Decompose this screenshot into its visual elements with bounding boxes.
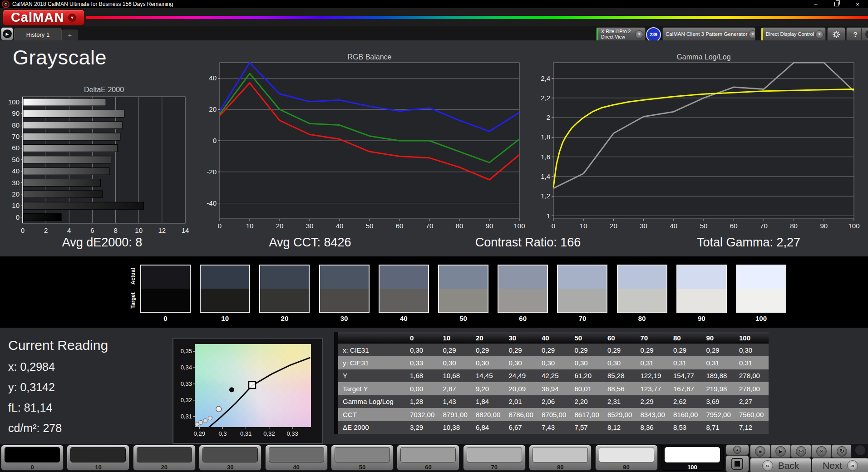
chevron-down-icon: ▼ <box>635 30 643 39</box>
pattern-button-50[interactable]: 50 <box>331 445 394 471</box>
pattern-button-80[interactable]: 80 <box>529 445 592 471</box>
calman-logo: CalMAN <box>11 10 64 25</box>
restore-icon <box>834 2 839 6</box>
table-row-label: y: CIE31 <box>338 356 406 369</box>
display-control-button[interactable]: Direct Display Control ▼ <box>761 27 826 41</box>
pattern-label: 100 <box>661 464 723 471</box>
pattern-button-20[interactable]: 20 <box>133 445 196 471</box>
pattern-button-60[interactable]: 60 <box>397 445 459 471</box>
table-cell: 0,30 <box>604 356 637 369</box>
swatch-pair-60 <box>498 265 548 313</box>
table-col-header: 20 <box>472 332 505 344</box>
table-cell: 0,30 <box>505 356 538 369</box>
table-cell: 10,68 <box>439 369 473 382</box>
restore-button[interactable] <box>826 0 847 8</box>
tab-history-1[interactable]: History 1 <box>14 28 62 41</box>
svg-text:RGB Balance: RGB Balance <box>348 53 392 61</box>
gamma-chart: Gamma Log/Log2,42,221,81,61,41,210102030… <box>540 49 868 251</box>
refresh-button[interactable]: ↻ <box>832 444 852 458</box>
svg-text:0: 0 <box>218 222 222 230</box>
table-cell: 0,29 <box>637 344 670 356</box>
rgb-balance-chart: RGB Balance40200-20-40010203040506070809… <box>200 49 527 251</box>
table-cell: 0,30 <box>538 356 571 369</box>
gear-icon <box>832 30 840 39</box>
table-cell: 2,31 <box>604 395 637 408</box>
next-label: Next <box>823 460 842 471</box>
table-col-header: 70 <box>637 332 670 344</box>
svg-text:80: 80 <box>790 222 798 230</box>
settings-button[interactable] <box>827 27 845 41</box>
table-cell: 6,84 <box>472 421 505 433</box>
table-col-header: 80 <box>670 332 703 344</box>
pattern-swatch <box>5 447 60 462</box>
meter-select-button[interactable]: X-Rite i1Pro 2 Direct View ▼ <box>596 27 646 41</box>
table-cell: 8,53 <box>670 421 703 433</box>
svg-text:70: 70 <box>426 222 434 230</box>
app-icon: C <box>2 0 10 8</box>
swatch-target-100 <box>737 289 785 312</box>
svg-text:1,4: 1,4 <box>541 172 550 180</box>
next-button[interactable]: Next » <box>812 458 868 472</box>
pattern-button-30[interactable]: 30 <box>199 445 261 471</box>
svg-text:10: 10 <box>135 226 143 234</box>
table-cell: 8160,00 <box>670 408 703 421</box>
collapse-pattern-bar-button[interactable]: ▲ <box>725 444 749 455</box>
swatch-pair-80 <box>617 265 667 313</box>
swatch-actual-0 <box>141 266 190 289</box>
swatch-level-label: 60 <box>498 315 548 322</box>
svg-text:90: 90 <box>486 222 493 230</box>
chevron-down-icon: ▼ <box>749 30 755 39</box>
svg-text:0,31: 0,31 <box>240 430 252 437</box>
swatch-pair-40 <box>379 265 429 313</box>
back-button[interactable]: « Back <box>750 458 811 472</box>
pattern-swatch <box>269 447 324 462</box>
close-button[interactable]: × <box>847 0 868 8</box>
range-button[interactable]: [··] <box>791 444 811 458</box>
source-select-button[interactable]: CalMAN Client 3 Pattern Generator ▼ <box>662 27 755 41</box>
stat-total-gamma: Total Gamma: 2,27 <box>674 236 824 254</box>
pattern-button-100[interactable]: 100 <box>661 445 724 471</box>
stop-button[interactable]: ■ <box>750 444 770 458</box>
svg-text:0,33: 0,33 <box>181 380 192 387</box>
table-row-label: CCT <box>338 408 406 421</box>
tab-scroll-button[interactable]: ▶ <box>1 27 13 40</box>
pattern-swatch <box>665 447 720 462</box>
calman-menu-button[interactable]: CalMAN ▼ <box>3 10 84 25</box>
pattern-button-0[interactable]: 0 <box>1 445 64 471</box>
table-cell: 42,25 <box>538 369 571 382</box>
table-cell: 24,49 <box>505 369 538 382</box>
pattern-button-10[interactable]: 10 <box>67 445 129 471</box>
pattern-button-90[interactable]: 90 <box>595 445 658 471</box>
play-icon: ▶ <box>775 446 786 457</box>
table-cell: 7032,00 <box>406 408 439 421</box>
table-cell: 123,77 <box>637 382 670 395</box>
pattern-label: 50 <box>331 464 393 471</box>
add-tab-button[interactable]: + <box>62 30 78 40</box>
table-col-header: 60 <box>604 332 637 344</box>
stop-icon: ■ <box>755 446 765 457</box>
loop-button[interactable]: ∞ <box>811 444 832 458</box>
table-cell: 0,00 <box>406 382 439 395</box>
swatch-level-label: 80 <box>617 315 667 322</box>
table-cell: 36,94 <box>538 382 571 395</box>
table-cell: 219,98 <box>703 382 736 395</box>
table-cell: 122,19 <box>637 369 670 382</box>
svg-text:Gamma Log/Log: Gamma Log/Log <box>676 53 730 61</box>
table-cell: 88,56 <box>604 382 637 395</box>
measurement-table: 0102030405060708090100x: CIE310,300,290,… <box>334 332 769 434</box>
swatch-target-60 <box>498 289 547 312</box>
svg-text:2: 2 <box>44 226 48 234</box>
play-button[interactable]: ▶ <box>770 444 791 458</box>
pattern-button-70[interactable]: 70 <box>463 445 526 471</box>
table-cell: 2,06 <box>538 395 571 408</box>
table-cell: 278,00 <box>735 369 769 382</box>
swatch-target-20 <box>260 289 309 312</box>
swatch-target-0 <box>141 289 190 312</box>
pattern-window-button[interactable] <box>725 455 749 472</box>
pattern-label: 90 <box>596 464 657 471</box>
pattern-label: 60 <box>397 464 459 471</box>
minimize-button[interactable]: – <box>805 0 826 8</box>
collapse-toolbar-button[interactable]: ◀ <box>861 27 868 41</box>
pattern-button-40[interactable]: 40 <box>265 445 328 471</box>
swatch-actual-90 <box>677 266 726 289</box>
